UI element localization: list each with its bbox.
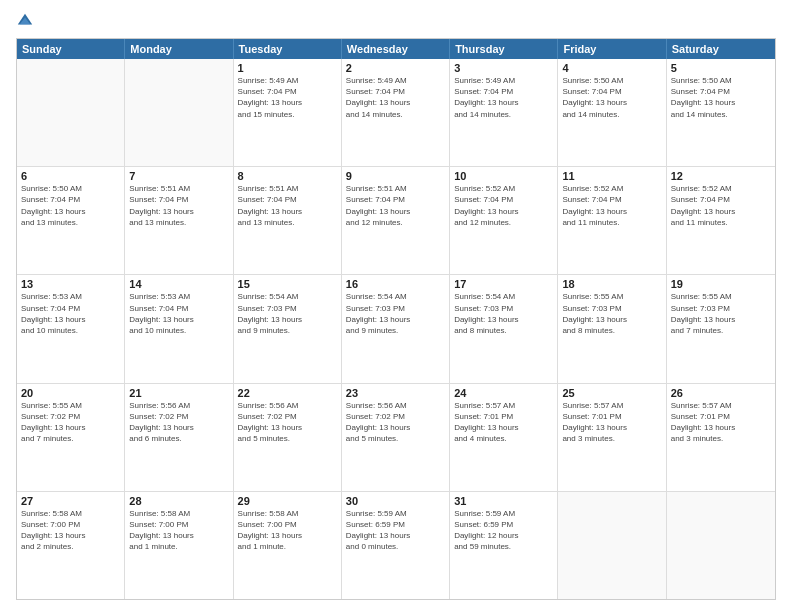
cell-info: Sunrise: 5:59 AM Sunset: 6:59 PM Dayligh… (346, 508, 445, 553)
day-number: 27 (21, 495, 120, 507)
cell-info: Sunrise: 5:56 AM Sunset: 7:02 PM Dayligh… (346, 400, 445, 445)
day-number: 14 (129, 278, 228, 290)
cell-info: Sunrise: 5:50 AM Sunset: 7:04 PM Dayligh… (671, 75, 771, 120)
cell-info: Sunrise: 5:58 AM Sunset: 7:00 PM Dayligh… (21, 508, 120, 553)
cell-info: Sunrise: 5:49 AM Sunset: 7:04 PM Dayligh… (238, 75, 337, 120)
calendar-header-cell: Monday (125, 39, 233, 59)
cell-info: Sunrise: 5:52 AM Sunset: 7:04 PM Dayligh… (671, 183, 771, 228)
calendar-cell: 19Sunrise: 5:55 AM Sunset: 7:03 PM Dayli… (667, 275, 775, 382)
day-number: 4 (562, 62, 661, 74)
cell-info: Sunrise: 5:57 AM Sunset: 7:01 PM Dayligh… (562, 400, 661, 445)
day-number: 3 (454, 62, 553, 74)
calendar-cell: 24Sunrise: 5:57 AM Sunset: 7:01 PM Dayli… (450, 384, 558, 491)
day-number: 19 (671, 278, 771, 290)
calendar-header-cell: Thursday (450, 39, 558, 59)
cell-info: Sunrise: 5:54 AM Sunset: 7:03 PM Dayligh… (346, 291, 445, 336)
day-number: 7 (129, 170, 228, 182)
cell-info: Sunrise: 5:57 AM Sunset: 7:01 PM Dayligh… (454, 400, 553, 445)
cell-info: Sunrise: 5:51 AM Sunset: 7:04 PM Dayligh… (129, 183, 228, 228)
cell-info: Sunrise: 5:55 AM Sunset: 7:02 PM Dayligh… (21, 400, 120, 445)
calendar-header-cell: Friday (558, 39, 666, 59)
day-number: 11 (562, 170, 661, 182)
day-number: 25 (562, 387, 661, 399)
cell-info: Sunrise: 5:52 AM Sunset: 7:04 PM Dayligh… (562, 183, 661, 228)
calendar-cell: 26Sunrise: 5:57 AM Sunset: 7:01 PM Dayli… (667, 384, 775, 491)
calendar: SundayMondayTuesdayWednesdayThursdayFrid… (16, 38, 776, 600)
day-number: 17 (454, 278, 553, 290)
day-number: 24 (454, 387, 553, 399)
calendar-cell: 6Sunrise: 5:50 AM Sunset: 7:04 PM Daylig… (17, 167, 125, 274)
cell-info: Sunrise: 5:54 AM Sunset: 7:03 PM Dayligh… (238, 291, 337, 336)
calendar-cell: 22Sunrise: 5:56 AM Sunset: 7:02 PM Dayli… (234, 384, 342, 491)
cell-info: Sunrise: 5:49 AM Sunset: 7:04 PM Dayligh… (346, 75, 445, 120)
calendar-header-row: SundayMondayTuesdayWednesdayThursdayFrid… (17, 39, 775, 59)
calendar-cell: 17Sunrise: 5:54 AM Sunset: 7:03 PM Dayli… (450, 275, 558, 382)
cell-info: Sunrise: 5:51 AM Sunset: 7:04 PM Dayligh… (238, 183, 337, 228)
day-number: 8 (238, 170, 337, 182)
calendar-row: 13Sunrise: 5:53 AM Sunset: 7:04 PM Dayli… (17, 275, 775, 383)
cell-info: Sunrise: 5:55 AM Sunset: 7:03 PM Dayligh… (562, 291, 661, 336)
day-number: 20 (21, 387, 120, 399)
cell-info: Sunrise: 5:56 AM Sunset: 7:02 PM Dayligh… (238, 400, 337, 445)
calendar-cell: 27Sunrise: 5:58 AM Sunset: 7:00 PM Dayli… (17, 492, 125, 599)
cell-info: Sunrise: 5:53 AM Sunset: 7:04 PM Dayligh… (21, 291, 120, 336)
cell-info: Sunrise: 5:55 AM Sunset: 7:03 PM Dayligh… (671, 291, 771, 336)
calendar-row: 27Sunrise: 5:58 AM Sunset: 7:00 PM Dayli… (17, 492, 775, 599)
calendar-row: 20Sunrise: 5:55 AM Sunset: 7:02 PM Dayli… (17, 384, 775, 492)
calendar-cell: 1Sunrise: 5:49 AM Sunset: 7:04 PM Daylig… (234, 59, 342, 166)
day-number: 15 (238, 278, 337, 290)
cell-info: Sunrise: 5:58 AM Sunset: 7:00 PM Dayligh… (238, 508, 337, 553)
calendar-cell: 5Sunrise: 5:50 AM Sunset: 7:04 PM Daylig… (667, 59, 775, 166)
cell-info: Sunrise: 5:56 AM Sunset: 7:02 PM Dayligh… (129, 400, 228, 445)
day-number: 23 (346, 387, 445, 399)
calendar-cell: 9Sunrise: 5:51 AM Sunset: 7:04 PM Daylig… (342, 167, 450, 274)
cell-info: Sunrise: 5:51 AM Sunset: 7:04 PM Dayligh… (346, 183, 445, 228)
day-number: 29 (238, 495, 337, 507)
day-number: 12 (671, 170, 771, 182)
cell-info: Sunrise: 5:53 AM Sunset: 7:04 PM Dayligh… (129, 291, 228, 336)
calendar-cell: 18Sunrise: 5:55 AM Sunset: 7:03 PM Dayli… (558, 275, 666, 382)
calendar-cell: 20Sunrise: 5:55 AM Sunset: 7:02 PM Dayli… (17, 384, 125, 491)
calendar-cell (667, 492, 775, 599)
day-number: 13 (21, 278, 120, 290)
calendar-cell: 25Sunrise: 5:57 AM Sunset: 7:01 PM Dayli… (558, 384, 666, 491)
day-number: 10 (454, 170, 553, 182)
calendar-header-cell: Wednesday (342, 39, 450, 59)
calendar-cell: 14Sunrise: 5:53 AM Sunset: 7:04 PM Dayli… (125, 275, 233, 382)
day-number: 2 (346, 62, 445, 74)
cell-info: Sunrise: 5:54 AM Sunset: 7:03 PM Dayligh… (454, 291, 553, 336)
day-number: 22 (238, 387, 337, 399)
calendar-cell: 8Sunrise: 5:51 AM Sunset: 7:04 PM Daylig… (234, 167, 342, 274)
day-number: 1 (238, 62, 337, 74)
cell-info: Sunrise: 5:52 AM Sunset: 7:04 PM Dayligh… (454, 183, 553, 228)
calendar-cell: 7Sunrise: 5:51 AM Sunset: 7:04 PM Daylig… (125, 167, 233, 274)
calendar-cell: 28Sunrise: 5:58 AM Sunset: 7:00 PM Dayli… (125, 492, 233, 599)
calendar-header-cell: Tuesday (234, 39, 342, 59)
day-number: 6 (21, 170, 120, 182)
logo-icon (16, 12, 34, 30)
calendar-cell: 21Sunrise: 5:56 AM Sunset: 7:02 PM Dayli… (125, 384, 233, 491)
day-number: 9 (346, 170, 445, 182)
calendar-cell: 31Sunrise: 5:59 AM Sunset: 6:59 PM Dayli… (450, 492, 558, 599)
calendar-cell: 23Sunrise: 5:56 AM Sunset: 7:02 PM Dayli… (342, 384, 450, 491)
day-number: 28 (129, 495, 228, 507)
calendar-cell: 10Sunrise: 5:52 AM Sunset: 7:04 PM Dayli… (450, 167, 558, 274)
day-number: 5 (671, 62, 771, 74)
calendar-row: 1Sunrise: 5:49 AM Sunset: 7:04 PM Daylig… (17, 59, 775, 167)
day-number: 31 (454, 495, 553, 507)
calendar-header-cell: Saturday (667, 39, 775, 59)
logo (16, 12, 38, 30)
cell-info: Sunrise: 5:49 AM Sunset: 7:04 PM Dayligh… (454, 75, 553, 120)
calendar-cell: 15Sunrise: 5:54 AM Sunset: 7:03 PM Dayli… (234, 275, 342, 382)
calendar-cell (17, 59, 125, 166)
header (16, 12, 776, 30)
page: SundayMondayTuesdayWednesdayThursdayFrid… (0, 0, 792, 612)
calendar-cell: 2Sunrise: 5:49 AM Sunset: 7:04 PM Daylig… (342, 59, 450, 166)
cell-info: Sunrise: 5:59 AM Sunset: 6:59 PM Dayligh… (454, 508, 553, 553)
calendar-header-cell: Sunday (17, 39, 125, 59)
day-number: 18 (562, 278, 661, 290)
calendar-cell (125, 59, 233, 166)
calendar-cell: 11Sunrise: 5:52 AM Sunset: 7:04 PM Dayli… (558, 167, 666, 274)
calendar-cell (558, 492, 666, 599)
cell-info: Sunrise: 5:57 AM Sunset: 7:01 PM Dayligh… (671, 400, 771, 445)
